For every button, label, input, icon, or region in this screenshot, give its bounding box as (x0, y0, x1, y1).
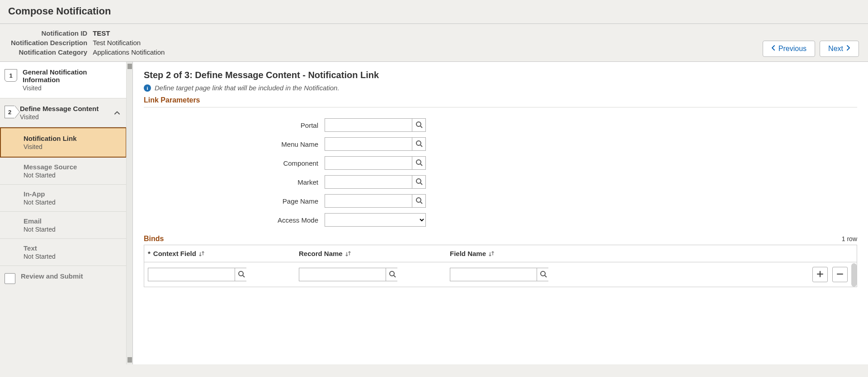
field-name-cell (450, 268, 548, 281)
notif-id-label: Notification ID (8, 28, 90, 38)
step-review-submit[interactable]: Review and Submit (0, 266, 127, 290)
search-icon (389, 270, 396, 279)
page-input[interactable] (325, 195, 412, 207)
col-record-name[interactable]: Record Name (299, 250, 450, 257)
access-mode-select[interactable] (325, 213, 426, 227)
page-label: Page Name (144, 197, 325, 205)
col-context-label: Context Field (153, 250, 196, 257)
svg-line-9 (420, 202, 422, 204)
menu-input[interactable] (325, 138, 412, 150)
binds-grid-header: *Context Field Record Name Field Name (144, 245, 857, 262)
record-name-cell (299, 268, 397, 281)
binds-grid: *Context Field Record Name Field Name (144, 245, 857, 287)
notif-cat-label: Notification Category (8, 47, 90, 57)
substep-source-title: Message Source (24, 163, 121, 171)
substep-inapp-status: Not Started (24, 199, 121, 206)
record-name-lookup[interactable] (386, 268, 399, 281)
sort-icon (345, 251, 351, 257)
svg-line-3 (420, 145, 422, 147)
search-icon (415, 121, 423, 130)
minus-icon (836, 270, 844, 279)
substep-email-status: Not Started (24, 226, 121, 233)
substep-email-title: Email (24, 217, 121, 225)
col-field-label: Field Name (450, 250, 486, 257)
search-icon (415, 178, 423, 186)
step-badge-1: 1 (5, 69, 17, 82)
component-label: Component (144, 159, 325, 167)
menu-label: Menu Name (144, 140, 325, 148)
access-label: Access Mode (144, 216, 325, 224)
portal-lookup-button[interactable] (412, 119, 425, 131)
binds-row (144, 262, 857, 287)
substep-text-status: Not Started (24, 253, 121, 260)
substep-notification-link[interactable]: Notification Link Visited (0, 127, 127, 158)
step1-status: Visited (23, 84, 121, 92)
previous-label: Previous (778, 45, 807, 53)
svg-line-1 (420, 126, 422, 128)
component-lookup-button[interactable] (412, 157, 425, 169)
field-name-lookup[interactable] (537, 268, 550, 281)
sidebar-scrollbar[interactable] (126, 62, 132, 364)
context-field-cell (148, 268, 246, 281)
field-name-input[interactable] (450, 268, 537, 281)
previous-button[interactable]: Previous (763, 41, 815, 57)
svg-line-7 (420, 183, 422, 185)
menu-field (325, 137, 426, 151)
step1-title: General Notification Information (23, 68, 121, 84)
context-field-input[interactable] (148, 268, 235, 281)
svg-point-0 (416, 122, 421, 126)
chevron-left-icon (771, 45, 776, 53)
col-context-field[interactable]: *Context Field (148, 250, 299, 257)
search-icon (540, 270, 547, 279)
page-header: Compose Notification Notification ID TES… (0, 0, 868, 62)
notif-desc-label: Notification Description (8, 38, 90, 47)
portal-input[interactable] (325, 119, 412, 131)
substep-in-app[interactable]: In-App Not Started (0, 185, 127, 212)
next-button[interactable]: Next (820, 41, 859, 57)
col-field-name[interactable]: Field Name (450, 250, 601, 257)
search-icon (415, 140, 423, 149)
search-icon (415, 197, 423, 205)
delete-row-button[interactable] (832, 267, 848, 282)
svg-point-6 (416, 179, 421, 183)
substep-inapp-title: In-App (24, 190, 121, 198)
page-lookup-button[interactable] (412, 195, 425, 207)
market-lookup-button[interactable] (412, 176, 425, 188)
sort-icon (199, 251, 204, 257)
notif-id-value: TEST (90, 28, 167, 38)
substep-email[interactable]: Email Not Started (0, 212, 127, 239)
search-icon (415, 159, 423, 168)
step-badge-3 (5, 273, 15, 284)
step-define-message[interactable]: 2 Define Message Content Visited (0, 98, 127, 127)
step3-title: Review and Submit (21, 272, 121, 280)
svg-line-5 (420, 164, 422, 166)
record-name-input[interactable] (299, 268, 386, 281)
plus-icon (816, 270, 824, 279)
section-binds: Binds (144, 235, 164, 243)
svg-point-12 (390, 271, 394, 276)
svg-point-10 (239, 271, 243, 276)
svg-point-14 (541, 271, 545, 276)
svg-point-8 (416, 198, 421, 202)
add-row-button[interactable] (812, 267, 828, 282)
substep-text[interactable]: Text Not Started (0, 239, 127, 266)
step-hint: Define target page link that will be inc… (155, 84, 340, 92)
wizard-sidebar: 1 General Notification Information Visit… (0, 62, 133, 364)
market-field (325, 175, 426, 189)
page-field (325, 194, 426, 208)
market-input[interactable] (325, 176, 412, 188)
step2-title: Define Message Content (20, 105, 121, 112)
component-input[interactable] (325, 157, 412, 169)
step-general-info[interactable]: 1 General Notification Information Visit… (0, 62, 127, 98)
step2-status: Visited (20, 113, 121, 121)
chevron-up-icon[interactable] (114, 109, 120, 116)
component-field (325, 156, 426, 170)
grid-scrollbar[interactable] (851, 263, 857, 287)
svg-line-11 (243, 275, 245, 277)
next-label: Next (828, 45, 843, 53)
sort-icon (489, 251, 494, 257)
menu-lookup-button[interactable] (412, 138, 425, 150)
context-field-lookup[interactable] (235, 268, 248, 281)
substep-message-source[interactable]: Message Source Not Started (0, 158, 127, 185)
svg-point-2 (416, 141, 421, 145)
